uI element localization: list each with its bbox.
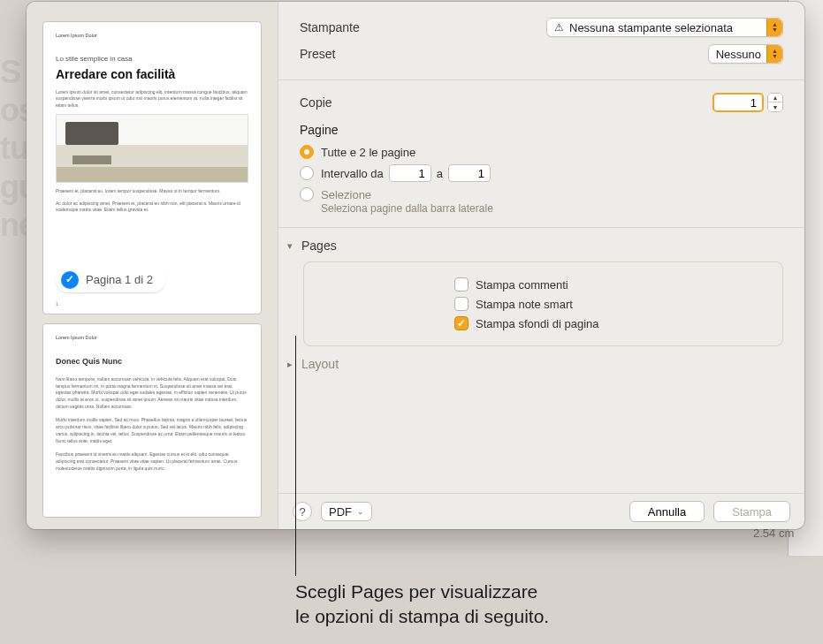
popup-arrows-icon: ▲▼ (766, 45, 782, 63)
printer-label: Stampante (300, 20, 360, 34)
doc-header-2: Lorem Ipsum Dolor (56, 335, 248, 341)
copies-stepper[interactable]: ▲ ▼ (767, 93, 783, 112)
preset-popup[interactable]: Nessuno ▲▼ (708, 44, 783, 64)
warning-icon: ⚠ (554, 21, 564, 34)
checkbox-icon (454, 277, 469, 292)
page-preview-sidebar[interactable]: Lorem Ipsum Dolor Lo stile semplice in c… (27, 2, 278, 529)
pages-group-label: Pagine (300, 123, 783, 137)
print-options-panel: Stampante ⚠ Nessuna stampante selezionat… (278, 2, 804, 529)
preset-value: Nessuno (716, 48, 766, 61)
preset-label: Preset (300, 47, 335, 61)
range-to-input[interactable] (448, 164, 491, 182)
radio-icon (300, 187, 314, 201)
pages-options-box: Stampa commenti Stampa note smart Stampa… (303, 261, 783, 346)
app-options-area: ▾ Pages Stampa commenti Stampa note smar… (278, 228, 804, 375)
page-selection-badge[interactable]: ✓ Pagina 1 di 2 (56, 268, 165, 292)
chevron-down-icon: ▾ (287, 240, 296, 252)
radio-icon (300, 145, 314, 159)
callout-leader-line (295, 336, 296, 576)
range-separator: a (437, 167, 443, 180)
opt-backgrounds-label: Stampa sfondi di pagina (476, 317, 598, 330)
dialog-footer: ? PDF ⌄ Annulla Stampa (278, 493, 804, 529)
layout-section-title: Layout (301, 357, 339, 371)
radio-icon (300, 166, 314, 180)
doc-hero-image (56, 114, 248, 183)
print-button[interactable]: Stampa (713, 501, 790, 522)
doc-body-preview-3: Nam libero tempore, nullam accumsan vehi… (56, 376, 248, 473)
doc-body-preview-2: Ac dolor ac adipiscing amet. Praesent et… (56, 201, 248, 214)
radio-selection[interactable]: Selezione (300, 185, 783, 204)
checkmark-icon: ✓ (61, 271, 79, 289)
printer-section: Stampante ⚠ Nessuna stampante selezionat… (278, 2, 804, 80)
opt-comments-label: Stampa commenti (476, 278, 568, 292)
checkbox-icon (454, 297, 469, 311)
doc-title: Arredare con facilità (56, 66, 248, 82)
pages-section-title: Pages (301, 239, 337, 253)
copies-pages-section: Copie ▲ ▼ Pagine Tutte e 2 le pagine Int… (278, 80, 804, 228)
selection-hint: Seleziona pagine dalla barra laterale (300, 202, 783, 215)
stepper-up-icon[interactable]: ▲ (768, 94, 782, 102)
doc-subtitle-2: Donec Quis Nunc (56, 357, 248, 367)
checkbox-comments[interactable]: Stampa commenti (454, 275, 758, 294)
pages-disclosure[interactable]: ▾ Pages (282, 235, 783, 256)
doc-caption: Praesent et, placerat eu, lorem tempor s… (56, 188, 248, 195)
print-dialog: Lorem Ipsum Dolor Lo stile semplice in c… (27, 2, 804, 529)
layout-disclosure[interactable]: ▸ Layout (282, 353, 783, 375)
printer-value: Nessuna stampante selezionata (569, 21, 766, 34)
page-thumbnail-1[interactable]: Lorem Ipsum Dolor Lo stile semplice in c… (42, 21, 262, 314)
popup-arrows-icon: ▲▼ (766, 19, 782, 36)
radio-all-pages[interactable]: Tutte e 2 le pagine (300, 142, 783, 162)
checkbox-smart-notes[interactable]: Stampa note smart (454, 294, 758, 314)
radio-all-label: Tutte e 2 le pagine (321, 146, 415, 159)
copies-label: Copie (300, 95, 332, 110)
printer-popup[interactable]: ⚠ Nessuna stampante selezionata ▲▼ (546, 18, 783, 37)
help-icon: ? (299, 505, 305, 519)
chevron-down-icon: ⌄ (357, 507, 364, 516)
pdf-label: PDF (329, 505, 352, 519)
checkbox-icon (454, 316, 469, 330)
doc-header: Lorem Ipsum Dolor (56, 33, 248, 39)
radio-range[interactable]: Intervallo da a (300, 162, 783, 185)
doc-kicker: Lo stile semplice in casa (56, 55, 248, 64)
callout-text: Scegli Pages per visualizzare le opzioni… (295, 580, 549, 630)
page-thumbnail-2[interactable]: Lorem Ipsum Dolor Donec Quis Nunc Nam li… (42, 323, 262, 518)
doc-body-preview: Lorem ipsum dolor sit amet, consectetur … (56, 89, 248, 110)
page-badge-label: Pagina 1 di 2 (86, 273, 153, 288)
range-from-input[interactable] (389, 164, 431, 182)
range-label: Intervallo da (321, 167, 384, 180)
page-number: 1 (56, 301, 58, 307)
pdf-menu-button[interactable]: PDF ⌄ (321, 502, 372, 521)
opt-notes-label: Stampa note smart (476, 298, 573, 311)
checkbox-backgrounds[interactable]: Stampa sfondi di pagina (454, 314, 758, 333)
copies-input[interactable] (713, 93, 764, 112)
radio-selection-label: Selezione (321, 188, 371, 201)
cancel-button[interactable]: Annulla (629, 501, 705, 522)
stepper-down-icon[interactable]: ▼ (768, 102, 782, 111)
